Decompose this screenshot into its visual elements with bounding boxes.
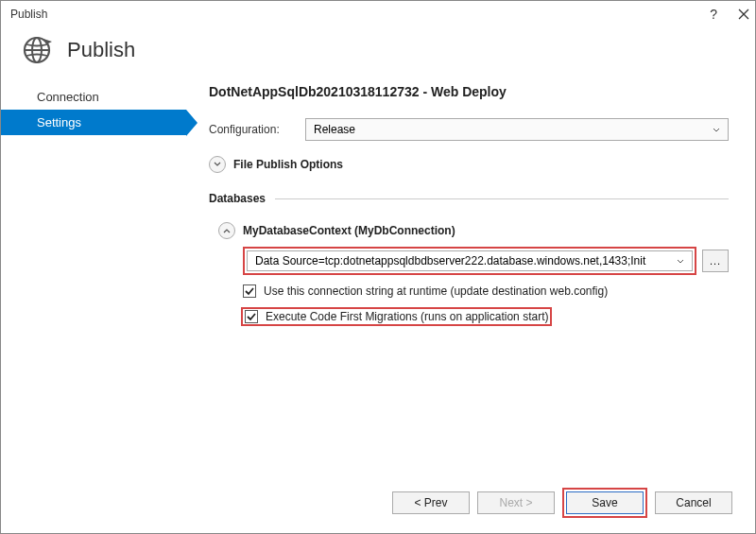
chevron-down-icon xyxy=(677,256,684,267)
configuration-dropdown[interactable]: Release xyxy=(305,118,729,141)
header: Publish xyxy=(1,27,755,84)
sidebar-item-label: Settings xyxy=(37,115,81,129)
db-context-header: MyDatabaseContext (MyDbConnection) xyxy=(218,222,729,239)
highlight-connection-string: Data Source=tcp:dotnetappsqldbdbserver22… xyxy=(243,247,696,275)
file-publish-options-label: File Publish Options xyxy=(233,158,343,171)
sidebar-item-settings[interactable]: Settings xyxy=(1,110,186,135)
cancel-button[interactable]: Cancel xyxy=(655,491,732,514)
connection-string-dropdown[interactable]: Data Source=tcp:dotnetappsqldbdbserver22… xyxy=(247,250,693,271)
sidebar-item-connection[interactable]: Connection xyxy=(1,84,186,110)
checkbox-row-code-first: Execute Code First Migrations (runs on a… xyxy=(243,307,729,326)
titlebar-controls: ? xyxy=(710,7,749,22)
highlight-code-first: Execute Code First Migrations (runs on a… xyxy=(241,307,552,326)
db-context: MyDatabaseContext (MyDbConnection) Data … xyxy=(218,222,729,326)
connection-string-row: Data Source=tcp:dotnetappsqldbdbserver22… xyxy=(243,247,729,275)
page-title: Publish xyxy=(67,38,135,62)
checkbox-row-use-connstr: Use this connection string at runtime (u… xyxy=(243,284,729,298)
globe-icon xyxy=(22,35,52,65)
databases-section-header: Databases xyxy=(209,192,729,205)
profile-title: DotNetAppSqlDb20210318112732 - Web Deplo… xyxy=(209,84,729,99)
sidebar-item-label: Connection xyxy=(37,90,99,104)
databases-label: Databases xyxy=(209,192,266,205)
prev-button[interactable]: < Prev xyxy=(392,491,470,514)
button-label: Next > xyxy=(499,496,532,509)
browse-label: ... xyxy=(710,255,721,267)
browse-button[interactable]: ... xyxy=(702,250,729,272)
button-label: Cancel xyxy=(676,496,711,509)
window-title: Publish xyxy=(10,8,47,21)
checkbox-use-connstr[interactable] xyxy=(243,284,256,298)
button-label: < Prev xyxy=(414,496,447,509)
checkbox-label: Execute Code First Migrations (runs on a… xyxy=(266,310,548,323)
close-icon[interactable] xyxy=(738,9,749,20)
main: DotNetAppSqlDb20210318112732 - Web Deplo… xyxy=(186,84,755,480)
config-label: Configuration: xyxy=(209,123,296,136)
file-publish-options-header: File Publish Options xyxy=(209,156,729,173)
db-context-title: MyDatabaseContext (MyDbConnection) xyxy=(243,224,455,237)
titlebar: Publish ? xyxy=(1,1,755,27)
sidebar: Connection Settings xyxy=(1,84,186,480)
collapse-button[interactable] xyxy=(218,222,235,239)
checkbox-label: Use this connection string at runtime (u… xyxy=(264,284,608,298)
checkbox-code-first[interactable] xyxy=(245,310,258,323)
body: Connection Settings DotNetAppSqlDb202103… xyxy=(1,84,755,480)
connection-string-value: Data Source=tcp:dotnetappsqldbdbserver22… xyxy=(255,254,645,267)
expand-button[interactable] xyxy=(209,156,226,173)
divider xyxy=(275,198,729,199)
next-button: Next > xyxy=(477,491,555,514)
highlight-save: Save xyxy=(562,488,647,518)
chevron-down-icon xyxy=(713,125,720,135)
config-value: Release xyxy=(314,123,355,136)
help-icon[interactable]: ? xyxy=(710,7,717,22)
save-button[interactable]: Save xyxy=(566,491,644,514)
button-label: Save xyxy=(592,496,617,509)
config-row: Configuration: Release xyxy=(209,118,729,141)
footer: < Prev Next > Save Cancel xyxy=(1,480,755,525)
